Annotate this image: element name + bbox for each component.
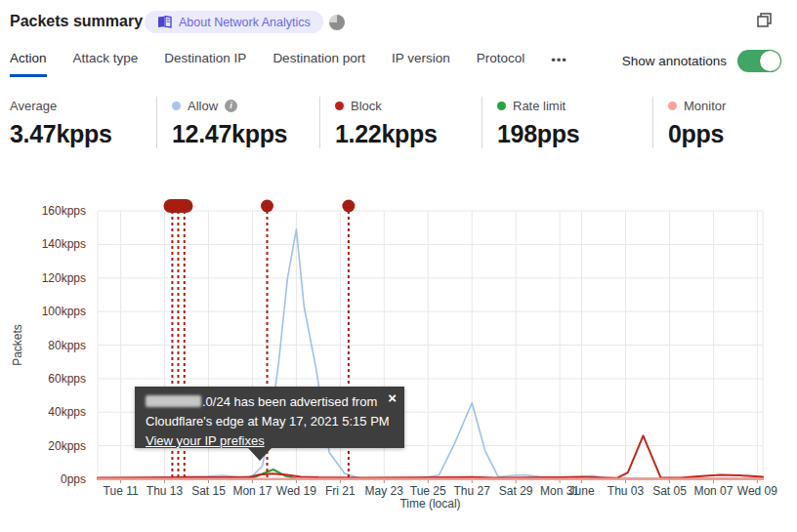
tab-attack-type[interactable]: Attack type xyxy=(73,51,139,74)
y-axis-title: Packets xyxy=(11,324,24,366)
stat-rate-limit: Rate limit 198pps xyxy=(482,97,652,148)
stat-block: Block 1.22kpps xyxy=(319,97,482,148)
x-tick-label: Sat 05 xyxy=(652,484,687,498)
toggle-knob xyxy=(760,51,780,71)
stat-allow: Allow i 12.47kpps xyxy=(156,97,319,148)
x-tick-label: Thu 03 xyxy=(608,484,645,498)
pie-contrast-icon[interactable] xyxy=(329,15,345,30)
y-tick-label: 120kpps xyxy=(42,271,86,285)
y-tick-label: 60kpps xyxy=(48,372,86,386)
y-tick-label: 160kpps xyxy=(42,204,86,218)
stat-value: 1.22kpps xyxy=(335,120,472,148)
stat-label: Average xyxy=(10,99,57,113)
show-annotations-control: Show annotations xyxy=(622,50,781,72)
x-tick-label: Sat 29 xyxy=(499,484,533,498)
tooltip-line2: Cloudflare's edge at May 17, 2021 5:15 P… xyxy=(146,412,393,431)
x-tick-label: Wed 19 xyxy=(276,484,316,498)
annotation-marker-dot[interactable] xyxy=(261,200,273,213)
annotation-marker-dot[interactable] xyxy=(342,200,355,213)
tooltip-close-icon[interactable]: × xyxy=(388,389,397,408)
dimension-tabs: Action Attack type Destination IP Destin… xyxy=(10,51,567,77)
x-tick-label: Tue 25 xyxy=(410,484,446,498)
show-annotations-toggle[interactable] xyxy=(737,50,781,72)
tooltip-caret xyxy=(248,448,272,461)
x-tick-label: Sat 15 xyxy=(191,484,226,498)
show-annotations-label: Show annotations xyxy=(622,54,727,68)
info-icon[interactable]: i xyxy=(225,100,237,112)
annotation-marker-pill[interactable] xyxy=(163,199,192,213)
badge-label: About Network Analytics xyxy=(179,16,311,29)
chart-canvas: 0pps20kpps40kpps60kpps80kpps100kpps120kp… xyxy=(0,181,797,532)
stat-value: 12.47kpps xyxy=(172,120,310,148)
x-tick-label: May 23 xyxy=(365,484,404,498)
redacted-ip-prefix xyxy=(146,395,201,407)
allow-legend-dot xyxy=(172,102,181,110)
network-analytics-panel: Packets summary About Network Analytics … xyxy=(0,0,797,532)
tooltip-line1: .0/24 has been advertised from xyxy=(146,392,393,412)
stat-label: Allow xyxy=(188,99,218,113)
x-tick-label: Tue 11 xyxy=(104,484,139,498)
y-tick-label: 20kpps xyxy=(48,439,86,453)
stat-average: Average 3.47kpps xyxy=(10,97,156,148)
x-axis-title: Time (local) xyxy=(399,497,460,511)
annotation-tooltip: × .0/24 has been advertised from Cloudfl… xyxy=(135,387,404,448)
x-tick-label: Mon 17 xyxy=(232,484,272,498)
stat-value: 3.47kpps xyxy=(10,120,147,148)
y-tick-label: 80kpps xyxy=(48,339,86,352)
view-ip-prefixes-link[interactable]: View your IP prefixes xyxy=(146,433,265,448)
x-tick-label: Fri 21 xyxy=(325,484,356,498)
y-tick-label: 100kpps xyxy=(42,305,86,318)
summary-stats: Average 3.47kpps Allow i 12.47kpps Block… xyxy=(10,97,782,148)
y-tick-label: 140kpps xyxy=(42,237,86,251)
stat-label: Block xyxy=(351,99,382,113)
x-tick-label: Mon 07 xyxy=(693,484,733,498)
book-icon xyxy=(157,16,172,28)
more-tabs-ellipsis-icon[interactable]: ••• xyxy=(551,51,567,67)
tab-ip-version[interactable]: IP version xyxy=(392,51,450,74)
tab-destination-ip[interactable]: Destination IP xyxy=(164,51,246,74)
monitor-legend-dot xyxy=(668,102,677,110)
popout-icon[interactable] xyxy=(756,12,773,28)
packets-time-series-chart: 0pps20kpps40kpps60kpps80kpps100kpps120kp… xyxy=(0,181,797,532)
stat-monitor: Monitor 0pps xyxy=(652,97,782,148)
x-tick-label: June xyxy=(569,484,595,498)
stat-label: Monitor xyxy=(684,99,726,113)
page-title: Packets summary xyxy=(10,13,143,30)
x-tick-label: Wed 09 xyxy=(737,484,777,498)
stat-label: Rate limit xyxy=(513,99,566,113)
y-tick-label: 0pps xyxy=(61,472,86,486)
about-network-analytics-badge[interactable]: About Network Analytics xyxy=(145,11,323,33)
tab-action[interactable]: Action xyxy=(10,51,47,77)
x-tick-label: Thu 27 xyxy=(454,484,491,498)
y-tick-label: 40kpps xyxy=(48,405,86,419)
rate-limit-legend-dot xyxy=(497,102,506,110)
stat-value: 198pps xyxy=(497,120,643,148)
tab-protocol[interactable]: Protocol xyxy=(477,51,525,74)
block-legend-dot xyxy=(335,102,344,110)
x-tick-label: Thu 13 xyxy=(147,484,184,498)
stat-value: 0pps xyxy=(668,120,773,148)
tab-destination-port[interactable]: Destination port xyxy=(273,51,365,74)
